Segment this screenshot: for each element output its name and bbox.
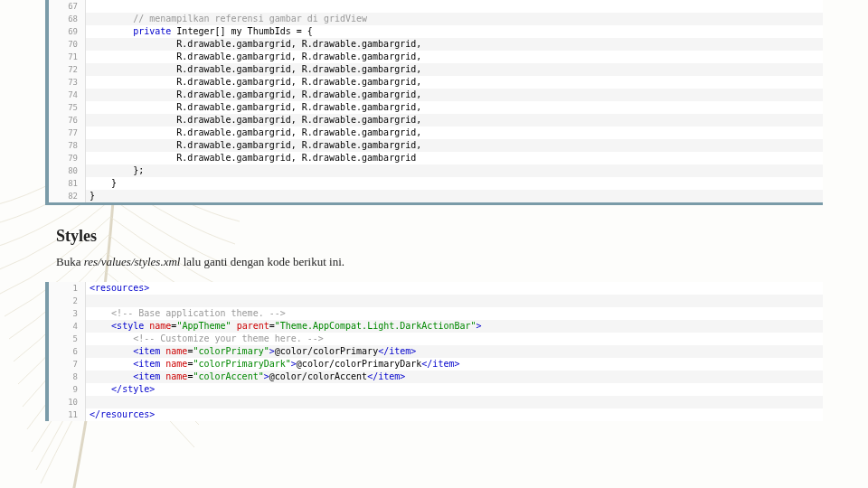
line-number: 80 <box>49 164 86 177</box>
line-number: 69 <box>49 25 86 38</box>
code-line: 1<resources> <box>49 282 823 295</box>
line-number: 1 <box>49 282 86 295</box>
code-text: <resources> <box>86 282 824 295</box>
line-number: 76 <box>49 114 86 127</box>
line-number: 7 <box>49 358 86 371</box>
code-line: 10 <box>49 396 823 408</box>
code-text: </resources> <box>86 408 824 421</box>
heading-styles: Styles <box>56 227 868 246</box>
line-number: 73 <box>49 76 86 89</box>
code-text <box>86 396 824 408</box>
code-text: <item name="colorPrimaryDark">@color/col… <box>86 358 824 371</box>
code-line: 78 R.drawable.gambargrid, R.drawable.gam… <box>49 139 823 152</box>
code-text: private Integer[] my ThumbIds = { <box>86 25 824 38</box>
line-number: 72 <box>49 63 86 76</box>
code-line: 67 <box>49 0 823 13</box>
line-number: 8 <box>49 371 86 383</box>
code-line: 74 R.drawable.gambargrid, R.drawable.gam… <box>49 89 823 101</box>
body-text: Buka res/values/styles.xml lalu ganti de… <box>56 255 868 269</box>
body-filename: res/values/styles.xml <box>84 255 181 268</box>
code-line: 7 <item name="colorPrimaryDark">@color/c… <box>49 358 823 371</box>
code-text: <!-- Base application theme. --> <box>86 307 824 320</box>
code-text: } <box>86 190 824 202</box>
code-text: <style name="AppTheme" parent="Theme.App… <box>86 320 824 333</box>
code-text: <item name="colorAccent">@color/colorAcc… <box>86 371 824 383</box>
body-suffix: lalu ganti dengan kode berikut ini. <box>180 255 344 268</box>
line-number: 11 <box>49 408 86 421</box>
line-number: 5 <box>49 333 86 345</box>
code-block-java: 67 68 // menampilkan referensi gambar di… <box>45 0 823 205</box>
code-text: } <box>86 177 824 190</box>
code-line: 4 <style name="AppTheme" parent="Theme.A… <box>49 320 823 333</box>
line-number: 68 <box>49 13 86 25</box>
code-text: R.drawable.gambargrid, R.drawable.gambar… <box>86 139 824 152</box>
code-line: 79 R.drawable.gambargrid, R.drawable.gam… <box>49 152 823 164</box>
line-number: 81 <box>49 177 86 190</box>
code-text: R.drawable.gambargrid, R.drawable.gambar… <box>86 63 824 76</box>
code-text: // menampilkan referensi gambar di gridV… <box>86 13 824 25</box>
line-number: 3 <box>49 307 86 320</box>
code-line: 3 <!-- Base application theme. --> <box>49 307 823 320</box>
line-number: 77 <box>49 127 86 139</box>
code-text: R.drawable.gambargrid, R.drawable.gambar… <box>86 76 824 89</box>
code-line: 75 R.drawable.gambargrid, R.drawable.gam… <box>49 101 823 114</box>
code-line: 9 </style> <box>49 383 823 396</box>
code-line: 6 <item name="colorPrimary">@color/color… <box>49 345 823 358</box>
line-number: 71 <box>49 51 86 63</box>
code-line: 72 R.drawable.gambargrid, R.drawable.gam… <box>49 63 823 76</box>
code-text: R.drawable.gambargrid, R.drawable.gambar… <box>86 114 824 127</box>
line-number: 74 <box>49 89 86 101</box>
line-number: 78 <box>49 139 86 152</box>
code-text: }; <box>86 164 824 177</box>
code-text: <item name="colorPrimary">@color/colorPr… <box>86 345 824 358</box>
line-number: 82 <box>49 190 86 202</box>
code-text: R.drawable.gambargrid, R.drawable.gambar… <box>86 51 824 63</box>
code-block-xml: 1<resources>2 3 <!-- Base application th… <box>45 282 823 421</box>
code-line: 76 R.drawable.gambargrid, R.drawable.gam… <box>49 114 823 127</box>
body-prefix: Buka <box>56 255 84 268</box>
code-line: 68 // menampilkan referensi gambar di gr… <box>49 13 823 25</box>
code-text <box>86 295 824 307</box>
code-text: R.drawable.gambargrid, R.drawable.gambar… <box>86 152 824 164</box>
code-text: R.drawable.gambargrid, R.drawable.gambar… <box>86 38 824 51</box>
code-line: 5 <!-- Customize your theme here. --> <box>49 333 823 345</box>
code-line: 73 R.drawable.gambargrid, R.drawable.gam… <box>49 76 823 89</box>
code-line: 81 } <box>49 177 823 190</box>
code-text: R.drawable.gambargrid, R.drawable.gambar… <box>86 101 824 114</box>
line-number: 70 <box>49 38 86 51</box>
code-text: </style> <box>86 383 824 396</box>
code-line: 71 R.drawable.gambargrid, R.drawable.gam… <box>49 51 823 63</box>
code-line: 70 R.drawable.gambargrid, R.drawable.gam… <box>49 38 823 51</box>
code-text <box>86 0 824 13</box>
code-line: 11</resources> <box>49 408 823 421</box>
code-line: 77 R.drawable.gambargrid, R.drawable.gam… <box>49 127 823 139</box>
line-number: 10 <box>49 396 86 408</box>
code-line: 8 <item name="colorAccent">@color/colorA… <box>49 371 823 383</box>
line-number: 79 <box>49 152 86 164</box>
line-number: 6 <box>49 345 86 358</box>
line-number: 4 <box>49 320 86 333</box>
code-text: R.drawable.gambargrid, R.drawable.gambar… <box>86 127 824 139</box>
line-number: 67 <box>49 0 86 13</box>
code-line: 69 private Integer[] my ThumbIds = { <box>49 25 823 38</box>
code-text: <!-- Customize your theme here. --> <box>86 333 824 345</box>
code-text: R.drawable.gambargrid, R.drawable.gambar… <box>86 89 824 101</box>
line-number: 2 <box>49 295 86 307</box>
code-line: 80 }; <box>49 164 823 177</box>
line-number: 75 <box>49 101 86 114</box>
code-line: 2 <box>49 295 823 307</box>
line-number: 9 <box>49 383 86 396</box>
code-line: 82} <box>49 190 823 202</box>
